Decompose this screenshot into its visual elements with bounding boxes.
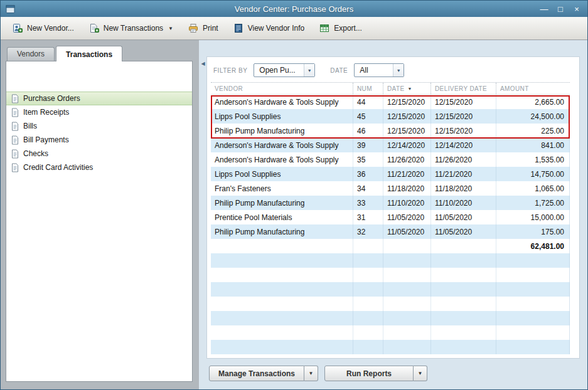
cell-delivery-date: 11/05/2020 bbox=[430, 210, 496, 224]
print-label: Print bbox=[203, 24, 218, 33]
chevron-down-icon: ▼ bbox=[304, 64, 314, 76]
run-reports-button[interactable]: Run Reports bbox=[324, 366, 414, 381]
cell-amount: 175.00 bbox=[496, 224, 570, 239]
minimize-button[interactable]: — bbox=[540, 5, 548, 13]
document-icon bbox=[11, 94, 19, 103]
document-icon bbox=[11, 163, 19, 172]
main-toolbar: New Vendor... New Transactions ▼ bbox=[1, 17, 587, 40]
document-icon bbox=[11, 135, 19, 145]
cell-vendor bbox=[211, 311, 353, 325]
cell-date: 11/10/2020 bbox=[383, 196, 430, 210]
cell-amount: 62,481.00 bbox=[496, 239, 570, 253]
app-icon bbox=[6, 4, 15, 14]
cell-date: 12/15/2020 bbox=[383, 124, 430, 138]
run-reports-dropdown-button[interactable]: ▼ bbox=[414, 366, 427, 381]
view-vendor-info-button[interactable]: View Vendor Info bbox=[227, 19, 312, 37]
sidebar-item-item-receipts[interactable]: Item Receipts bbox=[6, 105, 192, 119]
cell-date: 12/15/2020 bbox=[383, 95, 430, 109]
manage-transactions-dropdown-button[interactable]: ▼ bbox=[304, 366, 318, 381]
cell-delivery-date: 11/26/2020 bbox=[430, 152, 496, 167]
new-vendor-button[interactable]: New Vendor... bbox=[6, 19, 81, 37]
cell-num bbox=[353, 239, 383, 253]
cell-vendor bbox=[211, 297, 353, 311]
export-label: Export... bbox=[334, 24, 362, 33]
cell-date: 11/26/2020 bbox=[383, 152, 430, 167]
date-dropdown[interactable]: All ▼ bbox=[354, 63, 404, 77]
column-header-vendor[interactable]: VENDOR bbox=[211, 83, 353, 94]
cell-num: 32 bbox=[353, 224, 383, 239]
new-transactions-button[interactable]: New Transactions ▼ bbox=[82, 19, 180, 37]
column-header-num[interactable]: NUM bbox=[353, 83, 383, 94]
maximize-button[interactable]: □ bbox=[556, 5, 565, 13]
cell-date bbox=[383, 340, 430, 354]
cell-vendor bbox=[211, 239, 353, 253]
column-header-date[interactable]: DATE ▼ bbox=[383, 83, 430, 94]
cell-num: 39 bbox=[353, 138, 383, 152]
collapse-panel-button[interactable]: ◀ bbox=[200, 59, 206, 68]
cell-date bbox=[383, 268, 430, 282]
window-controls: — □ × bbox=[540, 5, 582, 13]
cell-delivery-date: 12/15/2020 bbox=[430, 124, 496, 138]
sidebar-item-label: Credit Card Activities bbox=[23, 163, 93, 172]
cell-date: 11/05/2020 bbox=[383, 224, 430, 239]
print-icon bbox=[188, 23, 198, 33]
sidebar-item-bill-payments[interactable]: Bill Payments bbox=[6, 133, 192, 147]
cell-amount: 225.00 bbox=[496, 124, 570, 138]
cell-delivery-date bbox=[430, 253, 496, 268]
tab-vendors[interactable]: Vendors bbox=[7, 47, 55, 61]
cell-vendor: Anderson's Hardware & Tools Supply bbox=[211, 95, 353, 109]
cell-delivery-date bbox=[430, 325, 496, 340]
transaction-types-list: Purchase Orders Item Receipts Bills bbox=[6, 61, 193, 382]
cell-date: 11/18/2020 bbox=[383, 181, 430, 196]
cell-num: 34 bbox=[353, 181, 383, 196]
table-row[interactable]: Philip Pump Manufacturing3211/05/202011/… bbox=[211, 224, 570, 239]
manage-transactions-button[interactable]: Manage Transactions bbox=[209, 366, 304, 381]
cell-num bbox=[353, 325, 383, 340]
table-row[interactable]: Anderson's Hardware & Tools Supply3511/2… bbox=[211, 152, 570, 167]
tab-transactions[interactable]: Transactions bbox=[56, 46, 122, 61]
sidebar-item-purchase-orders[interactable]: Purchase Orders bbox=[6, 92, 192, 105]
cell-date bbox=[383, 325, 430, 340]
sidebar-item-checks[interactable]: Checks bbox=[6, 147, 192, 161]
table-row[interactable]: Fran's Fasteners3411/18/202011/18/20201,… bbox=[211, 181, 570, 196]
cell-delivery-date bbox=[430, 239, 496, 253]
chevron-down-icon: ▼ bbox=[168, 26, 173, 31]
empty-row bbox=[211, 297, 570, 311]
column-header-delivery-date[interactable]: DELIVERY DATE bbox=[430, 83, 496, 94]
cell-delivery-date: 11/18/2020 bbox=[430, 181, 496, 196]
document-icon bbox=[11, 122, 19, 131]
filter-by-dropdown[interactable]: Open Pu... ▼ bbox=[254, 63, 315, 77]
cell-delivery-date bbox=[430, 268, 496, 282]
table-row[interactable]: Lipps Pool Supplies4512/15/202012/15/202… bbox=[211, 109, 570, 124]
filter-bar: FILTER BY Open Pu... ▼ DATE All ▼ bbox=[211, 61, 575, 80]
cell-amount bbox=[496, 253, 570, 268]
manage-transactions-split-button: Manage Transactions ▼ bbox=[209, 366, 318, 381]
cell-amount bbox=[496, 325, 570, 340]
cell-num bbox=[353, 268, 383, 282]
column-header-amount[interactable]: AMOUNT bbox=[496, 83, 570, 94]
cell-amount: 15,000.00 bbox=[496, 210, 570, 224]
table-row[interactable]: Anderson's Hardware & Tools Supply3912/1… bbox=[211, 138, 570, 152]
sidebar-item-bills[interactable]: Bills bbox=[6, 119, 192, 133]
new-vendor-icon bbox=[13, 23, 23, 33]
table-row[interactable]: Prentice Pool Materials3111/05/202011/05… bbox=[211, 210, 570, 224]
cell-num bbox=[353, 253, 383, 268]
table-row[interactable]: Anderson's Hardware & Tools Supply4412/1… bbox=[211, 95, 570, 109]
chevron-down-icon: ▼ bbox=[393, 64, 404, 76]
cell-num: 36 bbox=[353, 167, 383, 181]
transactions-card: FILTER BY Open Pu... ▼ DATE All ▼ VENDOR… bbox=[206, 56, 580, 359]
close-button[interactable]: × bbox=[572, 5, 581, 13]
window-title: Vendor Center: Purchase Orders bbox=[1, 4, 587, 14]
cell-date: 12/14/2020 bbox=[383, 138, 430, 152]
export-button[interactable]: Export... bbox=[313, 19, 369, 37]
print-button[interactable]: Print bbox=[181, 19, 225, 37]
table-row[interactable]: Philip Pump Manufacturing3311/10/202011/… bbox=[211, 196, 570, 210]
cell-amount: 1,535.00 bbox=[496, 152, 570, 167]
sidebar-item-credit-card-activities[interactable]: Credit Card Activities bbox=[6, 161, 192, 174]
titlebar[interactable]: Vendor Center: Purchase Orders — □ × bbox=[1, 1, 587, 17]
cell-date bbox=[383, 253, 430, 268]
table-row[interactable]: Philip Pump Manufacturing4612/15/202012/… bbox=[211, 124, 570, 138]
table-row[interactable]: Lipps Pool Supplies3611/21/202011/21/202… bbox=[211, 167, 570, 181]
sidebar-item-label: Item Receipts bbox=[23, 108, 69, 117]
cell-num bbox=[353, 311, 383, 325]
